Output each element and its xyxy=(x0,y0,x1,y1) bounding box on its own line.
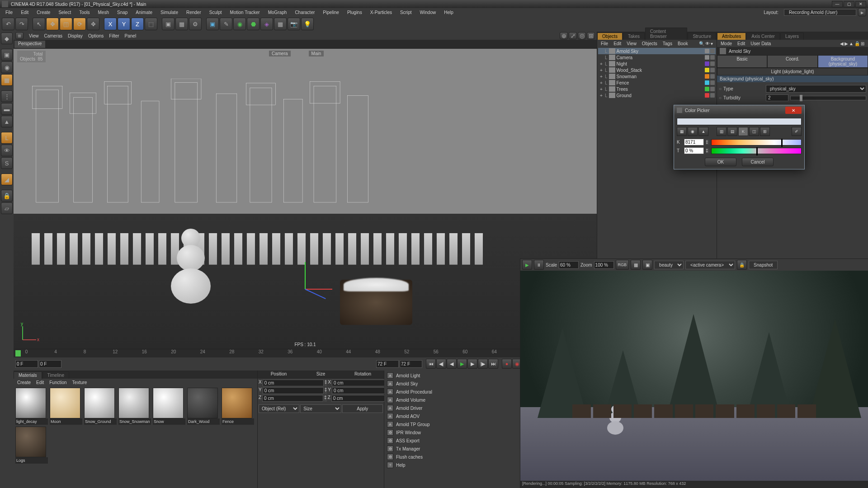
vp-menu[interactable]: Display xyxy=(68,33,83,38)
attr-group-light[interactable]: Light (skydome_light) xyxy=(717,68,868,75)
tl-end2-field[interactable] xyxy=(400,360,422,368)
attr-turbidity-field[interactable] xyxy=(766,94,788,101)
deformer-icon[interactable]: ◈ xyxy=(260,18,273,30)
render-pv-icon[interactable]: ▦ xyxy=(175,18,188,30)
material-item[interactable]: Snow_Snowman xyxy=(118,388,151,425)
menu-item[interactable]: Help xyxy=(440,9,457,16)
menu-item[interactable]: Character xyxy=(291,9,318,16)
undo-icon[interactable]: ↶ xyxy=(2,18,14,30)
layout-toggle-icon[interactable]: ▸ xyxy=(858,8,866,16)
viewport-3d[interactable]: Camera Main Total Objects 85 xyxy=(14,49,597,349)
ipr-play-icon[interactable]: ▶ xyxy=(522,260,532,270)
snapshot-button[interactable]: Snapshot xyxy=(749,261,778,269)
material-item[interactable]: Dark_Wood xyxy=(187,388,220,425)
ipr-camera-select[interactable]: <active camera> xyxy=(685,261,735,269)
material-item[interactable]: Snow_Ground xyxy=(84,388,117,425)
goto-end-icon[interactable]: ⏭ xyxy=(488,359,498,369)
coord-pos-field[interactable] xyxy=(263,387,324,394)
ipr-lock-icon[interactable]: 🔒 xyxy=(737,260,747,270)
visibility-dot-icon[interactable] xyxy=(710,61,715,66)
layer-color-icon[interactable] xyxy=(705,87,709,91)
coord-size-field[interactable] xyxy=(331,395,392,402)
menu-item[interactable]: Tools xyxy=(75,9,93,16)
kelvin-field[interactable] xyxy=(684,139,704,145)
material-item[interactable]: Fence xyxy=(222,388,254,425)
workplane-tool-icon[interactable]: ◢ xyxy=(1,174,13,185)
visibility-dot-icon[interactable] xyxy=(710,93,715,98)
material-item[interactable]: light_decay xyxy=(15,388,48,425)
layer-color-icon[interactable] xyxy=(705,49,709,53)
coord-size-select[interactable]: Size xyxy=(300,404,341,413)
mat-menu[interactable]: Edit xyxy=(36,380,44,385)
tint-field[interactable] xyxy=(684,147,704,154)
tab-axis-center[interactable]: Axis Center xyxy=(746,33,780,40)
tl-end-field[interactable] xyxy=(376,360,399,368)
menu-item[interactable]: Edit xyxy=(17,9,32,16)
visibility-dot-icon[interactable] xyxy=(710,87,715,91)
move-tool-icon[interactable]: ✥ xyxy=(46,18,59,30)
tl-current-field[interactable] xyxy=(39,360,61,368)
ipr-region-icon[interactable]: ▣ xyxy=(642,260,652,270)
object-tree-row[interactable]: + L Wood_Stack xyxy=(598,67,716,73)
visibility-dot-icon[interactable] xyxy=(710,55,715,60)
vp-nav-icon[interactable]: ◎ xyxy=(578,32,586,39)
expand-icon[interactable]: + xyxy=(599,61,604,66)
y-axis-icon[interactable]: Y xyxy=(118,18,130,30)
obj-menu[interactable]: Objects xyxy=(642,41,657,46)
snap-toggle-icon[interactable]: S xyxy=(1,157,13,169)
cube-primitive-icon[interactable]: ▣ xyxy=(206,18,219,30)
ok-button[interactable]: OK xyxy=(705,158,736,166)
vp-menu[interactable]: Options xyxy=(88,33,104,38)
vp-menu-icon[interactable]: ≡ xyxy=(15,32,24,39)
expand-icon[interactable]: + xyxy=(599,68,604,73)
axis-mode-icon[interactable]: L xyxy=(1,132,13,144)
object-tree-row[interactable]: + L Trees xyxy=(598,86,716,92)
timeline-playhead[interactable] xyxy=(15,350,21,357)
layer-color-icon[interactable] xyxy=(705,80,709,85)
expand-icon[interactable]: + xyxy=(599,80,604,85)
menu-item[interactable]: Window xyxy=(416,9,440,16)
spinner-icon[interactable]: ‡ xyxy=(706,148,709,153)
layer-color-icon[interactable] xyxy=(705,55,709,60)
obj-menu[interactable]: View xyxy=(627,41,637,46)
select-tool-icon[interactable]: ↖ xyxy=(33,18,45,30)
render-settings-icon[interactable]: ⚙ xyxy=(189,18,202,30)
layer-color-icon[interactable] xyxy=(705,68,709,72)
material-item[interactable]: Logs xyxy=(15,427,48,464)
menu-item[interactable]: Snap xyxy=(113,9,131,16)
maximize-button[interactable]: ▢ xyxy=(844,1,854,7)
dialog-close-button[interactable]: ✕ xyxy=(785,107,802,114)
tl-start-field[interactable] xyxy=(15,360,38,368)
texture-mode-icon[interactable]: ◉ xyxy=(1,61,13,73)
obj-menu[interactable]: File xyxy=(601,41,608,46)
visibility-dot-icon[interactable] xyxy=(710,74,715,79)
attr-type-select[interactable]: physical_sky xyxy=(766,85,866,93)
scale-tool-icon[interactable]: ◫ xyxy=(60,18,72,30)
menu-item[interactable]: Plugins xyxy=(344,9,366,16)
menu-item[interactable]: Animate xyxy=(132,9,156,16)
menu-item[interactable]: Motion Tracker xyxy=(226,9,264,16)
close-button[interactable]: ✕ xyxy=(855,1,866,7)
layer-color-icon[interactable] xyxy=(705,74,709,79)
menu-item[interactable]: MoGraph xyxy=(264,9,291,16)
picker-mode-mixer-icon[interactable]: ◫ xyxy=(749,127,759,136)
layer-color-icon[interactable] xyxy=(705,93,709,98)
picker-mode-spectrum-icon[interactable]: ▦ xyxy=(677,127,687,136)
object-tree-row[interactable]: + L Fence xyxy=(598,80,716,86)
menu-item[interactable]: Script xyxy=(396,9,415,16)
points-mode-icon[interactable]: ⋮ xyxy=(1,90,13,102)
menu-item[interactable]: Sculpt xyxy=(206,9,226,16)
menu-item[interactable]: Select xyxy=(55,9,75,16)
workplane-icon[interactable]: ▦ xyxy=(1,74,13,86)
expand-icon[interactable]: + xyxy=(599,87,604,92)
menu-item[interactable]: Simulate xyxy=(157,9,182,16)
minimize-button[interactable]: — xyxy=(832,1,843,7)
menu-item[interactable]: Pipeline xyxy=(319,9,343,16)
planar-workplane-icon[interactable]: ▱ xyxy=(1,202,13,214)
obj-menu[interactable]: Book xyxy=(678,41,688,46)
recent-tool-icon[interactable]: ✥ xyxy=(87,18,99,30)
nurbs-icon[interactable]: ◉ xyxy=(233,18,246,30)
rotate-tool-icon[interactable]: ⟳ xyxy=(73,18,86,30)
picker-mode-image-icon[interactable]: ▲ xyxy=(698,127,708,136)
attr-menu[interactable]: Mode xyxy=(721,41,732,46)
